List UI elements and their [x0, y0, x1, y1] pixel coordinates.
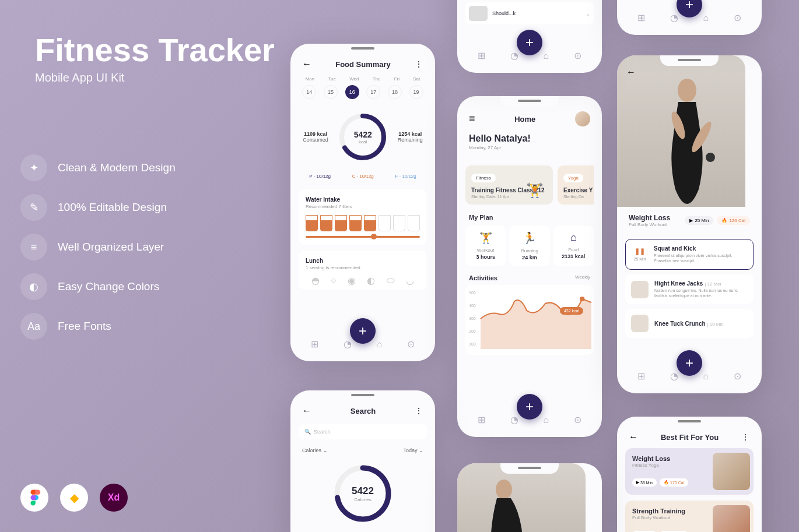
menu-icon[interactable]: ≡ [469, 113, 475, 125]
chart-tooltip: 432 kcal [560, 307, 583, 315]
today-filter[interactable]: Today ⌄ [403, 448, 423, 453]
lunch-card[interactable]: Lunch 1 serving is recommended ◓○◉◐⬭◡ [299, 251, 427, 290]
water-intake-card[interactable]: Water Intake Recommended 7 liters [299, 189, 427, 245]
phone-notch [500, 463, 559, 474]
plan-running[interactable]: 🏃Running24 km [509, 226, 549, 266]
weight-loss-screen: ← Weight LossFull Body Workout ▶ 25 Min … [617, 55, 762, 393]
lemon-icon: ◐ [367, 275, 375, 286]
meat-icon: ◡ [406, 275, 414, 286]
clock-icon[interactable]: ◔ [510, 414, 518, 425]
hero-subtitle: Mobile App UI Kit [35, 71, 275, 84]
date-button[interactable]: 18 [388, 85, 402, 99]
search-input[interactable]: 🔍 Search [299, 424, 427, 439]
class-card[interactable]: Fitness Training Fitness Class 212 Start… [465, 165, 553, 205]
clock-icon[interactable]: ◔ [670, 12, 678, 23]
glass-icon[interactable] [364, 215, 376, 231]
yoga-tag: Yoga [563, 174, 583, 182]
back-icon[interactable]: ← [302, 59, 311, 69]
glass-icon[interactable] [408, 215, 420, 231]
tool-badges: ◆ Xd [20, 484, 128, 512]
bell-icon[interactable]: ⌂ [703, 13, 709, 23]
bell-icon[interactable]: ⌂ [376, 339, 382, 350]
date-button-active[interactable]: 16 [345, 85, 359, 99]
glass-icon[interactable] [379, 215, 391, 231]
more-icon[interactable]: ⋮ [415, 406, 423, 415]
glass-icon[interactable] [393, 215, 405, 231]
calorie-ring: 5422kcal [337, 111, 389, 163]
svg-point-4 [678, 79, 696, 102]
profile-icon[interactable]: ⊙ [734, 371, 741, 382]
wand-icon: ✦ [20, 154, 47, 181]
glass-icon[interactable] [320, 215, 332, 231]
search-screen: ← Search ⋮ 🔍 Search Calories ⌄ Today ⌄ 5… [290, 390, 435, 532]
food-icon: ⌂ [557, 231, 590, 244]
grid-icon[interactable]: ⊞ [637, 12, 645, 23]
plan-workout[interactable]: 🏋Workout3 hours [465, 226, 506, 266]
xd-icon: Xd [100, 484, 128, 512]
duration-pill: ▶ 25 Min [685, 216, 713, 225]
workout-item[interactable]: Knee Tuck Crunch | 10 Min [625, 309, 754, 338]
workout-image [713, 505, 750, 532]
calories-filter[interactable]: Calories ⌄ [302, 448, 328, 453]
date-button[interactable]: 17 [366, 85, 380, 99]
grid-icon[interactable]: ⊞ [478, 50, 485, 61]
more-icon[interactable]: ⋮ [741, 432, 750, 442]
calorie-ring: 5422Calories [331, 461, 395, 526]
trainer-item[interactable]: Should...k ⌄ [465, 2, 594, 24]
hero-title: Fitness Tracker [35, 32, 275, 68]
fit-card[interactable]: Strength Training Full Body Workout ▶ 30… [625, 501, 754, 532]
date-button[interactable]: 15 [324, 85, 338, 99]
date-button[interactable]: 19 [409, 85, 423, 99]
phone-notch [334, 390, 392, 401]
clock-icon[interactable]: ◔ [510, 50, 518, 61]
back-icon[interactable]: ← [629, 432, 638, 442]
pause-icon: ❚❚ [635, 248, 645, 255]
workout-item-active[interactable]: ❚❚25 Min Squat and KickPraesent ut aliqu… [625, 239, 754, 270]
more-icon[interactable]: ⋮ [415, 59, 423, 69]
glass-icon[interactable] [349, 215, 362, 231]
clock-icon[interactable]: ◔ [670, 371, 678, 382]
grid-icon[interactable]: ⊞ [311, 339, 318, 350]
phone-notch [500, 96, 559, 107]
date-button[interactable]: 14 [302, 85, 316, 99]
nav-screen-partial: ◓○◉◐⬭◡ ⊞ ◔ ⌂ ⊙ + [617, 0, 762, 35]
profile-icon[interactable]: ⊙ [574, 50, 581, 61]
back-icon[interactable]: ← [302, 406, 311, 416]
workout-thumb [631, 281, 649, 298]
palette-icon: ◐ [20, 273, 47, 300]
add-button[interactable]: + [350, 318, 376, 344]
feature-item: ✦Clean & Modern Design [20, 154, 176, 181]
dumbbell-icon: 🏋 [469, 231, 502, 244]
glass-icon[interactable] [335, 215, 347, 231]
fit-card[interactable]: Weight Loss Fitness Yoga ▶ 35 Min 🔥 170 … [625, 448, 754, 495]
hero-section: Fitness Tracker Mobile App UI Kit [35, 32, 275, 84]
profile-icon[interactable]: ⊙ [734, 12, 741, 23]
add-button[interactable]: + [517, 394, 542, 420]
clock-icon[interactable]: ◔ [344, 339, 352, 350]
profile-icon[interactable]: ⊙ [407, 339, 415, 350]
phone-notch [660, 417, 719, 427]
back-icon[interactable]: ← [626, 67, 636, 77]
plan-food[interactable]: ⌂Food2131 kcal [553, 226, 594, 266]
sketch-icon: ◆ [60, 484, 88, 512]
workout-thumb [631, 315, 649, 332]
avatar[interactable] [575, 111, 590, 126]
class-card[interactable]: Yoga Exercise Y Class 132 Starting Da [558, 165, 594, 205]
grid-icon[interactable]: ⊞ [478, 414, 485, 425]
remaining-stat: 1254 kcalRemaining [398, 131, 423, 143]
water-slider[interactable] [306, 236, 420, 238]
grid-icon[interactable]: ⊞ [637, 371, 645, 382]
features-list: ✦Clean & Modern Design ✎100% Editable De… [20, 154, 176, 353]
glass-icon[interactable] [306, 215, 318, 231]
bell-icon[interactable]: ⌂ [543, 415, 549, 425]
profile-icon[interactable]: ⊙ [574, 414, 581, 425]
add-button[interactable]: + [517, 30, 542, 55]
workout-item[interactable]: Hight Knee Jacks | 12 MinNullam non cong… [625, 274, 754, 304]
bell-icon[interactable]: ⌂ [543, 51, 549, 61]
period-selector[interactable]: Weekly [575, 274, 590, 281]
feature-item: ◐Easy Change Colors [20, 273, 176, 300]
bell-icon[interactable]: ⌂ [703, 371, 709, 382]
add-button[interactable]: + [677, 350, 702, 376]
calorie-pill: 🔥 170 Cal [660, 478, 688, 487]
page-title: Food Summary [335, 60, 391, 69]
